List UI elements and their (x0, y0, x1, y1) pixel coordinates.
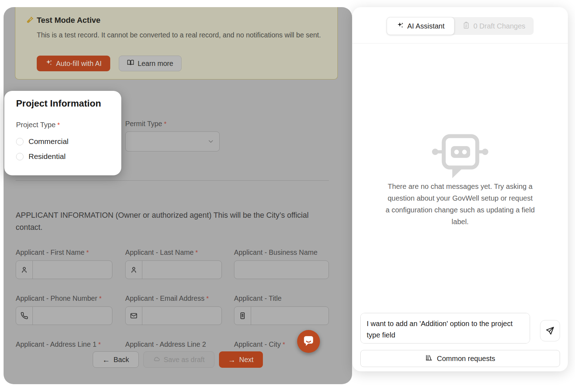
save-draft-button-label: Save as draft (164, 356, 205, 364)
next-button-label: Next (239, 356, 254, 364)
back-button[interactable]: ← Back (93, 351, 138, 368)
required-asterisk: * (195, 249, 198, 256)
applicant-section-heading: APPLICANT INFORMATION (Owner or authoriz… (16, 209, 332, 233)
robot-icon (431, 132, 489, 179)
tab-label: 0 Draft Changes (473, 22, 525, 30)
field-label: Applicant - Last Name (125, 248, 194, 256)
test-tube-icon (25, 16, 34, 25)
learn-more-button-label: Learn more (138, 60, 173, 68)
cloud-icon (153, 355, 160, 364)
field-applicant-address1: Applicant - Address Line 1* (16, 340, 112, 352)
assistant-tabbar: AI Assistant 0 Draft Changes (387, 17, 534, 35)
field-applicant-address2: Applicant - Address Line 2 (125, 340, 222, 352)
paper-plane-icon (545, 326, 555, 335)
assistant-message-input[interactable]: I want to add an 'Addition' option to th… (360, 313, 530, 344)
first-name-input[interactable] (16, 261, 112, 279)
permit-type-select[interactable] (125, 131, 220, 151)
permit-type-field: Permit Type* (125, 120, 167, 128)
app-root: Test Mode Active This is a test record. … (0, 0, 575, 392)
field-applicant-title: Applicant - Title (234, 294, 329, 325)
field-applicant-phone: Applicant - Phone Number* (16, 294, 112, 325)
required-asterisk: * (283, 341, 285, 348)
next-button[interactable]: → Next (219, 351, 263, 368)
radio-circle-icon[interactable] (16, 138, 24, 145)
phone-input[interactable] (16, 306, 112, 325)
phone-icon (16, 307, 33, 325)
tab-draft-changes[interactable]: 0 Draft Changes (454, 17, 534, 35)
person-icon (126, 261, 142, 279)
arrow-left-icon: ← (102, 356, 110, 363)
business-name-input[interactable] (234, 261, 329, 279)
learn-more-button[interactable]: Learn more (119, 56, 182, 71)
field-label: Applicant - First Name (16, 248, 85, 256)
field-label: Applicant - Phone Number (16, 294, 97, 302)
tab-ai-assistant[interactable]: AI Assistant (387, 17, 454, 35)
field-label: Applicant - City (234, 340, 281, 348)
test-mode-banner: Test Mode Active This is a test record. … (15, 7, 338, 79)
radio-option-residential[interactable]: Residential (16, 152, 66, 161)
form-footer: ← Back Save as draft → Next (4, 351, 352, 368)
field-applicant-first-name: Applicant - First Name* (16, 248, 112, 279)
chat-smile-icon (302, 335, 315, 348)
person-icon (16, 261, 33, 279)
required-asterisk: * (206, 295, 209, 302)
radio-label: Commercial (29, 137, 68, 146)
common-requests-label: Common requests (437, 355, 495, 363)
field-label: Applicant - Title (234, 294, 281, 302)
permit-form-area: Test Mode Active This is a test record. … (4, 7, 352, 384)
email-input[interactable] (125, 306, 222, 325)
required-asterisk: * (98, 341, 101, 348)
last-name-input[interactable] (125, 261, 222, 279)
tab-label: AI Assistant (407, 22, 445, 30)
chat-launcher-button[interactable] (297, 330, 320, 353)
required-asterisk: * (164, 120, 167, 128)
project-information-heading: Project Information (16, 98, 101, 109)
project-information-spotlight: Project Information Project Type* Commer… (4, 91, 121, 175)
autofill-button-label: Auto-fill with AI (56, 60, 102, 68)
send-message-button[interactable] (540, 320, 560, 341)
test-banner-title: Test Mode Active (37, 16, 100, 25)
field-applicant-email: Applicant - Email Address* (125, 294, 222, 325)
test-banner-description: This is a test record. It cannot be conv… (37, 29, 329, 41)
book-open-icon (127, 59, 134, 68)
required-asterisk: * (57, 122, 60, 129)
field-applicant-last-name: Applicant - Last Name* (125, 248, 222, 279)
field-label: Applicant - Address Line 1 (16, 340, 97, 348)
radio-label: Residential (29, 152, 66, 161)
clipboard-icon (463, 22, 470, 31)
required-asterisk: * (99, 295, 102, 302)
library-icon (425, 354, 433, 363)
title-input[interactable] (234, 306, 329, 325)
field-label: Applicant - Email Address (125, 294, 204, 302)
back-button-label: Back (113, 356, 129, 364)
project-type-label: Project Type* (16, 121, 60, 129)
common-requests-button[interactable]: Common requests (360, 350, 560, 367)
field-label: Applicant - Address Line 2 (125, 340, 206, 348)
sparkles-icon (397, 22, 404, 31)
test-banner-actions: Auto-fill with AI Learn more (37, 56, 182, 71)
section-divider (16, 180, 329, 181)
radio-option-commercial[interactable]: Commercial (16, 137, 68, 146)
sparkles-icon (45, 59, 52, 68)
contact-card-icon (234, 307, 251, 325)
panel-divider (352, 43, 568, 43)
required-asterisk: * (86, 249, 89, 256)
arrow-right-icon: → (228, 356, 236, 363)
save-as-draft-button[interactable]: Save as draft (143, 351, 214, 368)
assistant-empty-state: There are no chat messages yet. Try aski… (385, 181, 535, 228)
autofill-with-ai-button[interactable]: Auto-fill with AI (37, 56, 110, 71)
permit-type-label: Permit Type (125, 120, 162, 128)
chevron-down-icon (207, 138, 214, 145)
field-applicant-business-name: Applicant - Business Name (234, 248, 329, 279)
mail-icon (126, 307, 142, 325)
ai-assistant-panel: AI Assistant 0 Draft Changes There are n… (352, 7, 568, 371)
field-label: Applicant - Business Name (234, 248, 317, 256)
radio-circle-icon[interactable] (16, 153, 24, 160)
